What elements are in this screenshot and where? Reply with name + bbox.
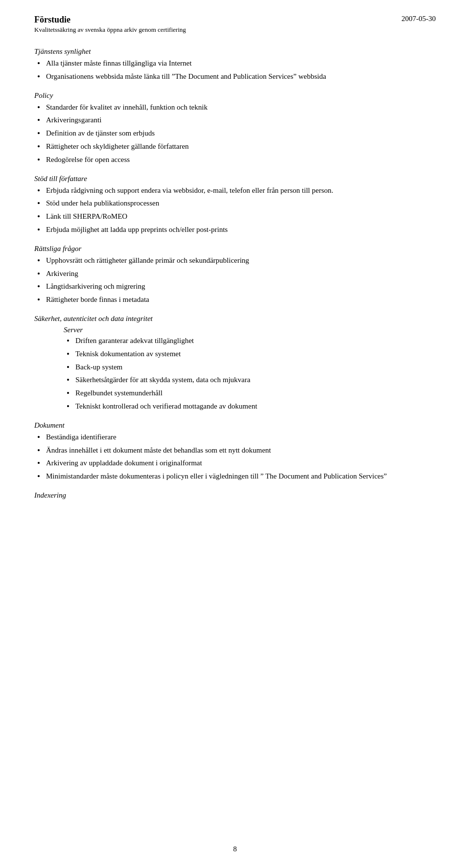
bullet-icon: • [34,432,43,443]
bullet-icon: • [34,281,43,293]
bullet-icon: • [34,58,43,69]
page-number: 8 [233,845,237,853]
list-item: • Ändras innehållet i ett dokument måste… [34,445,436,457]
bullet-icon: • [34,141,43,153]
item-text: Regelbundet systemunderhåll [75,388,436,399]
subsection-heading-server: Server [64,326,436,334]
section-tjanstens-synlighet: Tjänstens synlighet • Alla tjänster måst… [34,47,436,83]
bullet-icon: • [34,128,43,139]
bullet-icon: • [34,185,43,197]
list-item: • Stöd under hela publikationsprocessen [34,198,436,209]
item-text: Beständiga identifierare [46,432,436,443]
list-item: • Redogörelse för open access [34,154,436,166]
list-stod: • Erbjuda rådgivning och support endera … [34,185,436,236]
list-item: • Erbjuda rådgivning och support endera … [34,185,436,197]
list-item: • Standarder för kvalitet av innehåll, f… [34,102,436,114]
list-rattsliga: • Upphovsrätt och rättigheter gällande p… [34,255,436,306]
list-item: • Säkerhetsåtgärder för att skydda syste… [64,374,436,386]
section-indexering: Indexering [34,491,436,500]
item-text: Tekniskt kontrollerad och verifierad mot… [75,401,436,412]
section-heading-policy: Policy [34,91,436,100]
item-text: Organisationens webbsida måste länka til… [46,71,436,82]
bullet-icon: • [64,388,72,399]
item-text: Säkerhetsåtgärder för att skydda system,… [75,374,436,386]
bullet-icon: • [34,154,43,166]
item-text: Driften garanterar adekvat tillgänglighe… [75,335,436,346]
section-heading-indexering: Indexering [34,491,436,500]
list-item: • Alla tjänster måste finnas tillgänglig… [34,58,436,69]
list-item: • Länk till SHERPA/RoMEO [34,211,436,223]
section-heading-stod: Stöd till författare [34,175,436,183]
bullet-icon: • [34,224,43,236]
item-text: Arkivering [46,268,436,279]
list-item: • Erbjuda möjlighet att ladda upp prepri… [34,224,436,236]
section-heading-rattsliga: Rättsliga frågor [34,245,436,253]
list-item: • Arkiveringsgaranti [34,114,436,126]
list-dokument: • Beständiga identifierare • Ändras inne… [34,432,436,482]
list-item: • Organisationens webbsida måste länka t… [34,71,436,83]
item-text: Erbjuda möjlighet att ladda upp preprint… [46,224,436,235]
section-heading-sakerhet: Säkerhet, autenticitet och data integrit… [34,315,436,323]
bullet-icon: • [34,198,43,209]
list-item: • Arkivering [34,268,436,280]
bullet-icon: • [64,374,72,386]
bullet-icon: • [34,211,43,223]
item-text: Stöd under hela publikationsprocessen [46,198,436,209]
item-text: Standarder för kvalitet av innehåll, fun… [46,102,436,113]
bullet-icon: • [34,255,43,267]
section-heading-dokument: Dokument [34,421,436,430]
item-text: Back-up system [75,362,436,373]
list-tjanstens-synlighet: • Alla tjänster måste finnas tillgänglig… [34,58,436,83]
item-text: Minimistandarder måste dokumenteras i po… [46,471,436,482]
header-subtitle: Kvalitetssäkring av svenska öppna arkiv … [34,26,186,34]
section-policy: Policy • Standarder för kvalitet av inne… [34,91,436,166]
item-text: Teknisk dokumentation av systemet [75,348,436,360]
page-header: Förstudie Kvalitetssäkring av svenska öp… [34,15,436,34]
bullet-icon: • [64,362,72,373]
item-text: Rättigheter borde finnas i metadata [46,294,436,305]
item-text: Upphovsrätt och rättigheter gällande pri… [46,255,436,266]
item-text: Definition av de tjänster som erbjuds [46,128,436,139]
list-item: • Rättigheter borde finnas i metadata [34,294,436,306]
item-text: Arkiveringsgaranti [46,114,436,126]
list-item: • Upphovsrätt och rättigheter gällande p… [34,255,436,267]
list-item: • Rättigheter och skyldigheter gällande … [34,141,436,153]
list-policy: • Standarder för kvalitet av innehåll, f… [34,102,436,166]
bullet-icon: • [34,445,43,457]
header-left: Förstudie Kvalitetssäkring av svenska öp… [34,15,186,34]
list-item: • Arkivering av uppladdade dokument i or… [34,457,436,469]
list-item: • Långtidsarkivering och migrering [34,281,436,293]
item-text: Erbjuda rådgivning och support endera vi… [46,185,436,196]
bullet-icon: • [34,471,43,482]
bullet-icon: • [34,114,43,126]
section-dokument: Dokument • Beständiga identifierare • Än… [34,421,436,482]
bullet-icon: • [34,457,43,469]
section-heading-tjanstens-synlighet: Tjänstens synlighet [34,47,436,56]
list-item: • Back-up system [64,362,436,373]
section-sakerhet: Säkerhet, autenticitet och data integrit… [34,315,436,412]
header-title: Förstudie [34,15,186,25]
page: Förstudie Kvalitetssäkring av svenska öp… [0,0,470,868]
section-stod-till-forfattare: Stöd till författare • Erbjuda rådgivnin… [34,175,436,236]
bullet-icon: • [34,294,43,306]
list-item: • Driften garanterar adekvat tillgänglig… [64,335,436,347]
bullet-icon: • [64,401,72,412]
bullet-icon: • [34,268,43,280]
item-text: Ändras innehållet i ett dokument måste d… [46,445,436,456]
header-date: 2007-05-30 [401,15,436,23]
item-text: Alla tjänster måste finnas tillgängliga … [46,58,436,69]
item-text: Länk till SHERPA/RoMEO [46,211,436,222]
list-item: • Teknisk dokumentation av systemet [64,348,436,360]
list-item: • Beständiga identifierare [34,432,436,443]
bullet-icon: • [34,71,43,83]
bullet-icon: • [34,102,43,114]
item-text: Rättigheter och skyldigheter gällande fö… [46,141,436,152]
list-item: • Tekniskt kontrollerad och verifierad m… [64,401,436,412]
item-text: Arkivering av uppladdade dokument i orig… [46,457,436,469]
item-text: Långtidsarkivering och migrering [46,281,436,292]
list-item: • Regelbundet systemunderhåll [64,388,436,399]
list-sakerhet: • Driften garanterar adekvat tillgänglig… [64,335,436,412]
item-text: Redogörelse för open access [46,154,436,165]
bullet-icon: • [64,348,72,360]
section-rattsliga-fragor: Rättsliga frågor • Upphovsrätt och rätti… [34,245,436,306]
